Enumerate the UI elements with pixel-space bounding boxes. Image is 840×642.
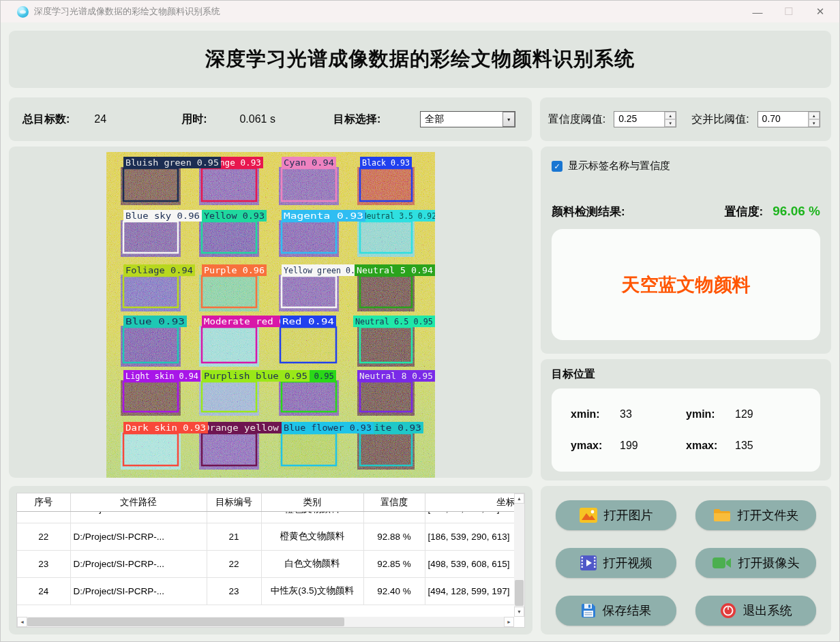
detection-result-label: 颜料检测结果: [552, 204, 625, 219]
column-header[interactable]: 置信度 [363, 493, 425, 511]
minimize-button[interactable]: — [751, 6, 764, 18]
detection-image-panel: Orange 0.93Bluish green 0.95Cyan 0.94Bla… [9, 147, 532, 478]
table-cell[interactable]: [494, 128, 599, 197] [425, 577, 514, 605]
table-cell[interactable]: D:/Project/SI-PCRP-... [70, 550, 207, 577]
table-cell[interactable]: [186, 26, 287, 93] [425, 512, 514, 523]
horizontal-scrollbar[interactable]: ◄ ► [17, 617, 514, 627]
confidence-value: 96.06 % [772, 204, 820, 219]
titlebar: 深度学习光谱成像数据的彩绘文物颜料识别系统 — ☐ ✕ [1, 1, 839, 22]
ymin-value: 129 [735, 408, 753, 421]
page-title: 深度学习光谱成像数据的彩绘文物颜料识别系统 [205, 46, 635, 73]
confidence-threshold-spinbox[interactable]: 0.25 ▲ ▼ [614, 111, 676, 127]
detection-label-text: Blue flower 0.93 [284, 423, 372, 433]
ymax-label: ymax: [571, 440, 620, 452]
table-cell[interactable]: 橙黄色文物颜料 [261, 523, 363, 550]
save-results-label: 保存结果 [603, 602, 652, 619]
detection-label-text: Neutral 8 0.95 [359, 371, 433, 381]
exit-system-button[interactable]: 退出系统 [695, 596, 816, 626]
table-row[interactable]: 22D:/Project/SI-PCRP-...21橙黄色文物颜料92.88 %… [17, 523, 514, 550]
table-row[interactable]: 24D:/Project/SI-PCRP-...23中性灰(3.5)文物颜料92… [17, 577, 514, 605]
detection-label-text: Cyan 0.94 [284, 157, 334, 168]
detection-label-text: Neutral 3.5 0.92 [362, 211, 435, 221]
target-position-box: xmin: 33 ymin: 129 ymax: 199 xmax: [552, 388, 820, 472]
table-cell[interactable]: 92.88 % [363, 523, 425, 550]
column-header[interactable]: 目标编号 [207, 493, 261, 511]
save-results-button[interactable]: 保存结果 [556, 596, 676, 626]
table-cell[interactable]: [498, 539, 608, 615] [425, 550, 514, 577]
exit-system-label: 退出系统 [743, 602, 792, 619]
xmax-label: xmax: [686, 440, 735, 452]
iou-threshold-spinbox[interactable]: 0.70 ▲ ▼ [758, 111, 820, 127]
table-row[interactable]: 23D:/Project/SI-PCRP-...22白色文物颜料92.85 %[… [17, 550, 514, 577]
table-cell[interactable]: 21 [207, 523, 261, 550]
ymin-label: ymin: [686, 408, 735, 421]
scroll-left-icon[interactable]: ◄ [17, 617, 27, 627]
target-select-label: 目标选择: [333, 112, 380, 127]
total-targets-value: 24 [94, 113, 106, 125]
table-cell[interactable]: 93.62 % [363, 512, 425, 523]
target-select-dropdown[interactable]: 全部 ▼ [420, 111, 515, 127]
spin-up-icon[interactable]: ▲ [665, 112, 676, 119]
table-cell[interactable]: 23 [17, 550, 70, 577]
ymax-value: 199 [620, 440, 638, 452]
action-buttons-panel: 打开图片 打开文件夹 打开视频 打开摄像头 [541, 486, 831, 635]
chevron-down-icon[interactable]: ▼ [502, 112, 515, 127]
table-cell[interactable]: 23 [207, 577, 261, 605]
maximize-button[interactable]: ☐ [782, 5, 796, 18]
scroll-right-icon[interactable]: ► [504, 617, 514, 627]
save-icon [581, 603, 596, 618]
open-folder-button[interactable]: 打开文件夹 [695, 500, 816, 530]
scroll-up-icon[interactable]: ▲ [514, 493, 524, 504]
scroll-down-icon[interactable]: ▼ [514, 607, 524, 617]
table-cell[interactable]: D:/Project/SI-PCRP-... [70, 512, 207, 523]
column-header[interactable]: 文件路径 [70, 493, 207, 511]
folder-icon [713, 508, 731, 523]
table-rows-viewport: 21D:/Project/SI-PCRP-...20橙色文物颜料93.62 %[… [17, 512, 514, 617]
detection-label-text: Yellow green 0.95 [284, 265, 365, 275]
total-targets-label: 总目标数: [22, 112, 70, 127]
column-header[interactable]: 类别 [261, 493, 363, 511]
spin-up-icon[interactable]: ▲ [809, 112, 820, 119]
detection-label-text: Neutral 5 0.94 [357, 265, 433, 275]
show-labels-checkbox[interactable]: ✓ [552, 161, 562, 172]
table-cell[interactable]: 中性灰(3.5)文物颜料 [261, 577, 363, 605]
table-cell[interactable]: D:/Project/SI-PCRP-... [70, 523, 207, 550]
detection-label-text: Yellow 0.93 [204, 211, 265, 221]
table-cell[interactable]: 橙色文物颜料 [261, 512, 363, 523]
table-cell[interactable]: 24 [17, 577, 70, 605]
time-value: 0.061 s [239, 113, 275, 125]
app-icon [17, 6, 29, 18]
show-labels-checkbox-label[interactable]: 显示标签名称与置信度 [568, 159, 670, 172]
close-button[interactable]: ✕ [813, 5, 827, 18]
spin-down-icon[interactable]: ▼ [809, 119, 820, 127]
table-cell[interactable]: [186, 539, 290, 613] [425, 523, 514, 550]
table-cell[interactable]: 21 [17, 512, 70, 523]
confidence-threshold-value: 0.25 [614, 112, 664, 127]
spin-down-icon[interactable]: ▼ [665, 119, 676, 127]
table-cell[interactable]: 92.85 % [363, 550, 425, 577]
open-camera-button[interactable]: 打开摄像头 [695, 548, 816, 578]
table-cell[interactable]: 22 [17, 523, 70, 550]
xmin-label: xmin: [571, 408, 620, 421]
detection-label-text: Black 0.93 [362, 157, 410, 168]
open-image-button[interactable]: 打开图片 [556, 500, 676, 530]
column-header[interactable]: 序号 [17, 493, 70, 511]
open-video-button[interactable]: 打开视频 [556, 548, 676, 578]
vertical-scroll-thumb[interactable] [515, 580, 524, 606]
confidence-label: 置信度: [725, 204, 764, 219]
table-cell[interactable]: 20 [207, 512, 261, 523]
table-cell[interactable]: 白色文物颜料 [261, 550, 363, 577]
table-cell[interactable]: D:/Project/SI-PCRP-... [70, 577, 207, 605]
power-icon [720, 602, 736, 619]
table-row[interactable]: 21D:/Project/SI-PCRP-...20橙色文物颜料93.62 %[… [17, 512, 514, 523]
detection-label-text: Purple 0.96 [204, 265, 265, 275]
vertical-scrollbar[interactable]: ▲ ▼ [514, 493, 524, 617]
column-header[interactable]: 坐标位置 [425, 493, 514, 511]
horizontal-scroll-thumb[interactable] [27, 617, 344, 626]
results-table-panel: 序号文件路径目标编号类别置信度坐标位置 21D:/Project/SI-PCRP… [9, 486, 532, 635]
result-panel: ✓ 显示标签名称与置信度 颜料检测结果: 置信度: 96.06 % 天空蓝文物颜… [541, 147, 831, 354]
table-cell[interactable]: 92.40 % [363, 577, 425, 605]
app-window: 深度学习光谱成像数据的彩绘文物颜料识别系统 — ☐ ✕ 深度学习光谱成像数据的彩… [0, 0, 840, 642]
table-cell[interactable]: 22 [207, 550, 261, 577]
iou-threshold-value: 0.70 [758, 112, 808, 127]
